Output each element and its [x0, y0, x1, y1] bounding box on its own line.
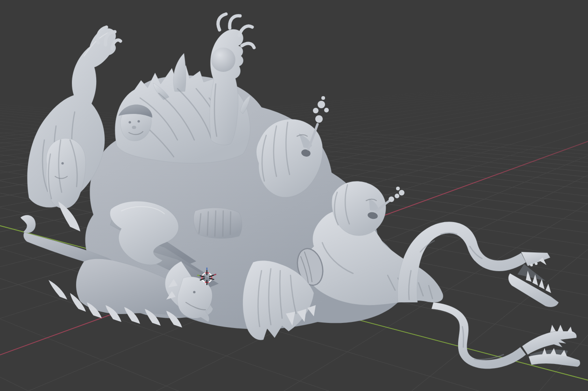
3d-cursor-icon: [0, 0, 588, 391]
cursor-y-tip: [198, 275, 200, 276]
viewport-3d[interactable]: Untextured gray clay sculpt of tangled f…: [0, 0, 588, 391]
cursor-x-tip: [214, 274, 216, 275]
